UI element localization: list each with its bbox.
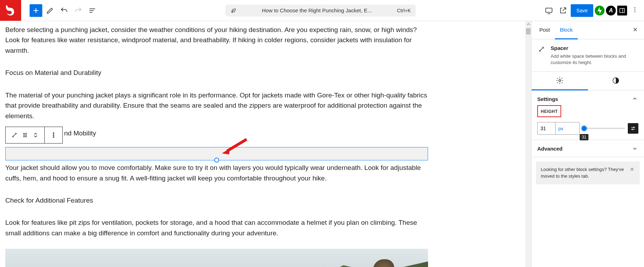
svg-rect-0 bbox=[546, 8, 552, 12]
plus-icon bbox=[32, 6, 40, 15]
svg-point-9 bbox=[24, 136, 24, 137]
height-label: HEIGHT bbox=[541, 109, 558, 114]
jetpack-icon[interactable] bbox=[595, 6, 605, 15]
add-block-button[interactable] bbox=[30, 4, 42, 17]
height-unit-select[interactable]: px bbox=[555, 122, 566, 134]
svg-point-17 bbox=[632, 129, 633, 130]
drag-icon bbox=[21, 131, 29, 139]
height-label-highlight: HEIGHT bbox=[537, 105, 561, 117]
annotation-arrow-icon bbox=[220, 138, 248, 155]
document-title-bar[interactable]: How to Choose the Right Punching Jacket,… bbox=[225, 5, 416, 17]
paragraph[interactable]: Look for features like pit zips for vent… bbox=[5, 217, 428, 238]
slider-tooltip: 31 bbox=[580, 134, 588, 140]
undo-icon bbox=[60, 6, 68, 15]
pencil-icon bbox=[46, 6, 54, 15]
block-toolbar bbox=[5, 127, 63, 144]
svg-point-2 bbox=[634, 7, 636, 8]
height-value-input[interactable] bbox=[538, 126, 555, 131]
astra-icon[interactable]: A bbox=[606, 6, 616, 15]
scroll-up-arrow[interactable] bbox=[525, 21, 531, 27]
tab-post[interactable]: Post bbox=[534, 21, 555, 39]
advanced-panel: Advanced bbox=[532, 140, 644, 157]
save-button[interactable]: Save bbox=[571, 4, 593, 17]
tab-block[interactable]: Block bbox=[555, 21, 578, 39]
settings-panel-header[interactable]: Settings bbox=[537, 95, 638, 102]
list-view-icon bbox=[88, 6, 97, 15]
spacer-resize-handle[interactable] bbox=[214, 158, 219, 163]
block-more-options[interactable] bbox=[50, 131, 57, 139]
styles-icon bbox=[612, 77, 620, 84]
tools-button[interactable] bbox=[44, 4, 56, 17]
paragraph[interactable]: The material of your punching jacket pla… bbox=[5, 90, 428, 121]
site-logo[interactable] bbox=[0, 0, 21, 21]
svg-point-14 bbox=[559, 80, 561, 82]
svg-point-7 bbox=[24, 135, 24, 135]
height-more-button[interactable] bbox=[628, 123, 638, 134]
sliders-icon bbox=[630, 126, 636, 131]
dismiss-hint-button[interactable] bbox=[629, 166, 635, 173]
image-block[interactable] bbox=[5, 249, 428, 267]
options-menu-button[interactable] bbox=[628, 6, 641, 15]
close-icon bbox=[629, 166, 635, 172]
drag-handle[interactable] bbox=[21, 131, 29, 139]
close-sidebar-button[interactable] bbox=[629, 24, 641, 37]
svg-rect-1 bbox=[620, 8, 625, 13]
svg-point-11 bbox=[53, 133, 54, 133]
settings-panel-toggle[interactable] bbox=[617, 6, 627, 15]
close-icon bbox=[632, 26, 638, 33]
vertical-scrollbar[interactable] bbox=[525, 21, 531, 267]
heading-text[interactable]: Check for Additional Features bbox=[5, 195, 428, 205]
block-type-button[interactable] bbox=[11, 131, 18, 139]
svg-point-12 bbox=[53, 135, 54, 135]
redo-button[interactable] bbox=[72, 4, 85, 17]
settings-sidebar: Post Block Spacer Add white space betwee… bbox=[531, 21, 644, 267]
spacer-block-icon bbox=[11, 131, 18, 139]
redo-icon bbox=[74, 6, 82, 15]
svg-point-6 bbox=[26, 133, 26, 134]
preview-external-button[interactable] bbox=[557, 4, 569, 17]
external-link-icon bbox=[559, 6, 567, 15]
subtab-styles[interactable] bbox=[588, 72, 644, 90]
advanced-panel-header[interactable]: Advanced bbox=[537, 145, 638, 152]
svg-point-10 bbox=[26, 136, 26, 137]
block-info-card: Spacer Add white space between blocks an… bbox=[532, 39, 644, 72]
document-title: How to Choose the Right Punching Jacket,… bbox=[240, 7, 394, 13]
spacer-block-icon bbox=[537, 45, 546, 53]
paragraph[interactable]: Before selecting a punching jacket, cons… bbox=[5, 25, 428, 56]
block-subtabs bbox=[532, 72, 644, 90]
gear-icon bbox=[556, 77, 564, 84]
document-overview-button[interactable] bbox=[86, 4, 99, 17]
top-toolbar: How to Choose the Right Punching Jacket,… bbox=[0, 0, 644, 21]
editor-scroll-region[interactable]: Before selecting a punching jacket, cons… bbox=[0, 21, 531, 267]
vertical-dots-icon bbox=[631, 6, 638, 13]
height-input-group: px bbox=[537, 122, 580, 135]
spacer-block[interactable] bbox=[5, 147, 428, 160]
svg-point-3 bbox=[634, 9, 636, 10]
post-content: Before selecting a punching jacket, cons… bbox=[4, 21, 430, 267]
leaf-icon bbox=[230, 7, 237, 14]
settings-panel: Settings HEIGHT px 31 bbox=[532, 90, 644, 140]
dragon-icon bbox=[4, 3, 18, 17]
heading-text[interactable]: Focus on Material and Durability bbox=[5, 68, 428, 78]
sidebar-tabs: Post Block bbox=[532, 21, 644, 39]
chevron-down-icon bbox=[631, 145, 638, 152]
scrollbar-thumb[interactable] bbox=[526, 28, 531, 34]
svg-point-5 bbox=[24, 133, 24, 134]
styles-hint-notice: Looking for other block settings? They'v… bbox=[536, 161, 640, 184]
subtab-settings[interactable] bbox=[532, 72, 588, 90]
heading-partial-text[interactable]: nd Mobility bbox=[64, 129, 96, 137]
sidebar-icon bbox=[619, 7, 625, 14]
block-description: Add white space between blocks and custo… bbox=[551, 53, 638, 66]
view-button[interactable] bbox=[543, 4, 555, 17]
hint-text: Looking for other block settings? They'v… bbox=[541, 166, 626, 179]
move-buttons[interactable] bbox=[32, 131, 39, 139]
vertical-dots-icon bbox=[50, 131, 57, 139]
height-slider[interactable]: 31 bbox=[582, 128, 625, 129]
svg-point-16 bbox=[633, 127, 634, 128]
svg-point-8 bbox=[26, 135, 26, 135]
slider-thumb[interactable] bbox=[582, 126, 587, 131]
undo-button[interactable] bbox=[58, 4, 70, 17]
paragraph[interactable]: Your jacket should allow you to move com… bbox=[5, 163, 428, 183]
chevron-up-icon bbox=[631, 95, 638, 102]
shortcut-hint: Ctrl+K bbox=[397, 8, 411, 13]
